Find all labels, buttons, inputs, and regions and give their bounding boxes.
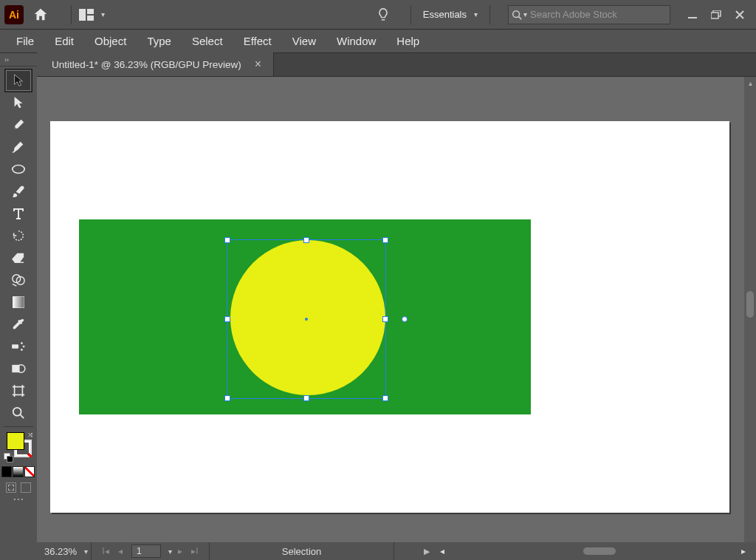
tool-eyedropper[interactable]: [5, 313, 32, 335]
draw-normal[interactable]: [6, 482, 16, 493]
window-close-button[interactable]: [729, 7, 750, 23]
tool-rotate[interactable]: [5, 225, 32, 247]
separator: [410, 5, 411, 24]
resize-handle[interactable]: [224, 237, 230, 243]
swap-fill-stroke-icon[interactable]: ⤭: [27, 431, 33, 439]
close-tab-icon[interactable]: ×: [255, 58, 261, 71]
menu-object[interactable]: Object: [84, 32, 137, 50]
prev-artboard-button[interactable]: ◂: [114, 546, 127, 556]
tool-gradient[interactable]: [5, 291, 32, 313]
color-mode-gradient[interactable]: [13, 466, 23, 477]
menu-view[interactable]: View: [282, 32, 326, 50]
svg-point-14: [23, 346, 25, 348]
artboard-number-input[interactable]: [131, 544, 161, 558]
scroll-up-icon[interactable]: ▴: [744, 77, 756, 89]
svg-rect-4: [688, 17, 697, 18]
svg-point-13: [21, 342, 23, 344]
menu-bar: File Edit Object Type Select Effect View…: [0, 30, 756, 53]
svg-point-19: [13, 408, 21, 416]
stock-search[interactable]: ▾: [508, 5, 670, 24]
tool-selection[interactable]: [5, 69, 32, 92]
document-area: Untitled-1* @ 36.23% (RGB/GPU Preview) ×: [37, 53, 756, 560]
discover-button[interactable]: [377, 7, 393, 23]
vertical-scrollbar[interactable]: ▴ ▾: [744, 77, 756, 560]
first-artboard-button[interactable]: I◂: [99, 546, 112, 556]
next-artboard-button[interactable]: ▸: [173, 546, 187, 556]
tool-direct-selection[interactable]: [5, 92, 32, 114]
toolbox-expand[interactable]: ››: [0, 53, 37, 66]
resize-handle[interactable]: [224, 395, 230, 401]
fill-swatch[interactable]: [7, 432, 24, 450]
svg-rect-2: [87, 16, 94, 21]
resize-handle[interactable]: [382, 395, 388, 401]
home-button[interactable]: [32, 6, 50, 24]
tool-symbol-sprayer[interactable]: [5, 335, 32, 358]
toolbox: ⤭ • • •: [0, 66, 37, 502]
menu-type[interactable]: Type: [137, 32, 182, 50]
svg-point-3: [513, 10, 520, 17]
main-area: ››: [0, 53, 756, 560]
status-play-icon[interactable]: ▶: [424, 547, 430, 556]
chevron-down-icon[interactable]: ▾: [523, 10, 527, 18]
menu-select[interactable]: Select: [182, 32, 233, 50]
color-mode-solid[interactable]: [1, 466, 12, 477]
menu-help[interactable]: Help: [386, 32, 430, 50]
draw-mode-row: [1, 482, 35, 493]
scrollbar-thumb[interactable]: [746, 291, 754, 318]
separator: [489, 5, 490, 24]
hscroll-right-icon[interactable]: ▸: [737, 546, 750, 556]
resize-handle[interactable]: [303, 237, 309, 243]
svg-rect-6: [711, 13, 718, 18]
color-mode-none[interactable]: [24, 466, 35, 477]
tool-zoom[interactable]: [5, 402, 32, 424]
tool-ellipse[interactable]: [5, 158, 32, 180]
resize-handle[interactable]: [382, 237, 388, 243]
chevron-down-icon[interactable]: ▾: [84, 547, 88, 556]
tool-eraser[interactable]: [5, 247, 32, 269]
arrange-documents-button[interactable]: [79, 7, 95, 23]
resize-handle[interactable]: [382, 316, 388, 322]
tool-blend[interactable]: [5, 358, 32, 380]
menu-window[interactable]: Window: [326, 32, 386, 50]
horizontal-scrollbar[interactable]: [453, 546, 732, 556]
menu-edit[interactable]: Edit: [44, 32, 84, 50]
resize-handle[interactable]: [224, 316, 230, 322]
tool-shape-builder[interactable]: [5, 269, 32, 291]
workspace-switcher[interactable]: Essentials ▾: [419, 4, 482, 25]
tool-artboard[interactable]: [5, 380, 32, 402]
zoom-value: 36.23%: [44, 546, 77, 557]
svg-point-15: [21, 349, 23, 351]
scrollbar-thumb[interactable]: [583, 547, 616, 555]
default-fill-stroke-icon[interactable]: [4, 453, 14, 463]
tool-pen[interactable]: [5, 114, 32, 136]
window-restore-button[interactable]: [706, 7, 726, 23]
tool-paintbrush[interactable]: [5, 180, 32, 202]
window-minimize-button[interactable]: [682, 7, 703, 23]
chevron-down-icon[interactable]: ▾: [101, 10, 105, 18]
ellipse-pie-handle[interactable]: [402, 316, 408, 322]
separator: [71, 5, 72, 24]
stock-search-input[interactable]: [530, 9, 667, 20]
app-logo[interactable]: Ai: [4, 5, 24, 24]
menu-effect[interactable]: Effect: [233, 32, 282, 50]
fill-stroke-control[interactable]: ⤭: [4, 432, 33, 459]
tool-curvature[interactable]: [5, 136, 32, 158]
toolbox-more[interactable]: • • •: [14, 496, 24, 502]
app-logo-text: Ai: [9, 9, 19, 21]
draw-behind[interactable]: [21, 482, 31, 493]
current-tool-text: Selection: [217, 546, 386, 557]
app-bar: Ai ▾ Essentials ▾ ▾: [0, 0, 756, 30]
document-tab[interactable]: Untitled-1* @ 36.23% (RGB/GPU Preview) ×: [37, 52, 274, 76]
hscroll-left-icon[interactable]: ◂: [436, 546, 449, 556]
last-artboard-button[interactable]: ▸I: [188, 546, 202, 556]
svg-rect-12: [12, 344, 18, 348]
canvas[interactable]: ▴ ▾: [37, 77, 756, 560]
resize-handle[interactable]: [303, 395, 309, 401]
zoom-level[interactable]: 36.23% ▾: [37, 542, 92, 560]
menu-file[interactable]: File: [6, 32, 44, 50]
search-icon: [512, 10, 522, 20]
svg-rect-11: [13, 296, 24, 308]
tool-type[interactable]: [5, 202, 32, 225]
chevron-down-icon[interactable]: ▾: [168, 547, 172, 556]
selection-bounding-box[interactable]: [227, 239, 386, 399]
